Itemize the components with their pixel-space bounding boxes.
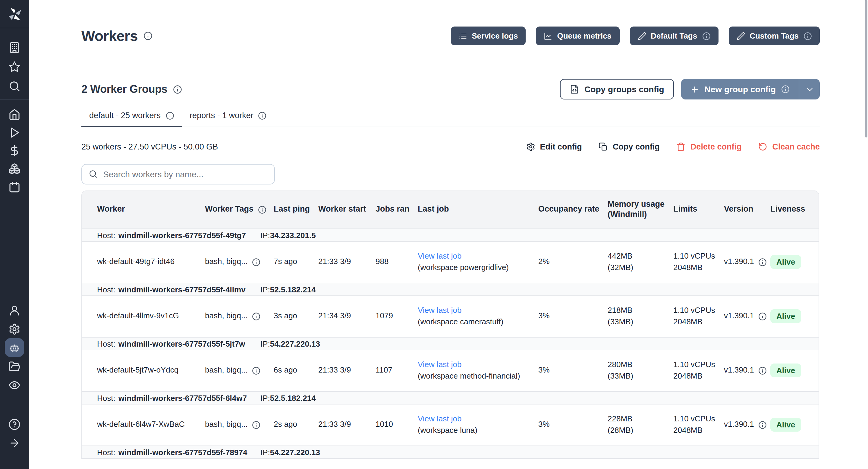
jobs-ran: 1079 <box>375 311 418 322</box>
view-last-job-link[interactable]: View last job <box>418 251 462 262</box>
info-icon[interactable] <box>252 312 260 320</box>
memory-usage: 442MB <box>608 251 667 262</box>
host-label: Host: <box>97 393 116 402</box>
last-ping: 6s ago <box>274 365 318 376</box>
dollar-icon <box>8 145 21 157</box>
clean-cache-button[interactable]: Clean cache <box>758 142 820 151</box>
info-icon[interactable] <box>173 85 182 94</box>
host-label: Host: <box>97 230 116 240</box>
sidebar-item-user[interactable] <box>5 301 24 319</box>
host-ip: 34.233.201.5 <box>270 230 316 240</box>
worker-groups-heading: 2 Worker Groups <box>82 83 167 96</box>
sidebar-item-star[interactable] <box>5 57 24 76</box>
worker-tags: bash, bigq... <box>205 419 248 430</box>
action-label: Delete config <box>690 142 742 151</box>
page-scrollbar[interactable] <box>865 0 867 137</box>
worker-version: v1.390.1 <box>724 256 754 268</box>
default-tags-button[interactable]: Default Tags <box>629 27 718 45</box>
button-label: Queue metrics <box>557 31 612 40</box>
copy-groups-config-label: Copy groups config <box>584 84 664 94</box>
worker-start: 21:33 3/9 <box>318 419 375 430</box>
windmill-logo[interactable] <box>6 6 23 22</box>
sidebar-item-building[interactable] <box>5 38 24 57</box>
button-label: Custom Tags <box>749 31 799 40</box>
sidebar-item-dollar[interactable] <box>5 142 24 160</box>
column-label: Last ping <box>274 205 310 215</box>
sidebar-item-calendar[interactable] <box>5 178 24 196</box>
info-icon[interactable] <box>758 366 767 375</box>
worker-row: wk-default-5jt7w-oYdcq bash, bigq... 6s … <box>82 350 818 391</box>
play-icon <box>8 127 21 139</box>
copy-config-button[interactable]: Copy config <box>599 142 660 151</box>
robot-icon <box>8 342 21 353</box>
sidebar-footer-group <box>5 415 24 452</box>
workers-page: Workers Service logsQueue metricsDefault… <box>0 0 868 469</box>
last-ping: 2s ago <box>274 419 318 430</box>
liveness-badge: Alive <box>770 417 801 432</box>
info-icon[interactable] <box>252 420 260 429</box>
info-icon[interactable] <box>252 258 260 266</box>
sidebar-item-arrow-right[interactable] <box>5 433 24 452</box>
info-icon[interactable] <box>758 312 767 320</box>
table-header: WorkerWorker TagsLast pingWorker startJo… <box>82 191 818 228</box>
sidebar-divider <box>0 28 29 28</box>
ip-label: IP: <box>260 339 270 348</box>
last-job-workspace: (workspace method-financial) <box>418 370 532 381</box>
view-last-job-link[interactable]: View last job <box>418 414 462 425</box>
worker-groups-header: 2 Worker Groups Copy groups config New g… <box>82 79 820 99</box>
sidebar-item-boxes[interactable] <box>5 160 24 178</box>
tab-reports[interactable]: reports - 1 worker <box>182 111 275 127</box>
sidebar-item-play[interactable] <box>5 124 24 142</box>
view-last-job-link[interactable]: View last job <box>418 305 462 316</box>
worker-start: 21:33 3/9 <box>318 365 375 376</box>
new-group-config-dropdown[interactable] <box>799 79 820 99</box>
action-label: Copy config <box>613 142 660 151</box>
tab-default[interactable]: default - 25 workers <box>82 111 182 127</box>
sidebar-item-home[interactable] <box>5 105 24 124</box>
header-buttons: Service logsQueue metricsDefault TagsCus… <box>451 27 820 45</box>
info-icon <box>702 32 710 40</box>
new-group-config-button[interactable]: New group config <box>681 79 799 99</box>
sidebar-item-eye[interactable] <box>5 376 24 394</box>
eye-icon <box>8 379 21 391</box>
list-icon <box>458 32 467 40</box>
info-icon <box>165 111 174 120</box>
sidebar-item-robot[interactable] <box>5 338 24 357</box>
column-label: Last job <box>418 205 449 215</box>
worker-tags: bash, bigq... <box>205 365 248 376</box>
config-actions: Edit configCopy configDelete configClean… <box>526 142 820 151</box>
host-ip: 52.5.182.214 <box>270 285 316 294</box>
sidebar-item-folder-open[interactable] <box>5 357 24 376</box>
info-icon[interactable] <box>758 258 767 266</box>
column-header-worker-start: Worker start <box>318 205 375 215</box>
delete-config-button[interactable]: Delete config <box>677 142 742 151</box>
limit-vcpus: 1.10 vCPUs <box>673 251 718 262</box>
worker-name: wk-default-6l4w7-XwBaC <box>97 419 205 430</box>
column-label: Jobs ran <box>375 205 410 215</box>
info-icon[interactable] <box>143 31 152 40</box>
liveness-badge: Alive <box>770 309 801 323</box>
copy-groups-config-button[interactable]: Copy groups config <box>560 79 674 99</box>
view-last-job-link[interactable]: View last job <box>418 359 462 370</box>
column-label: Worker <box>97 205 125 215</box>
host-ip: 52.5.182.214 <box>270 393 316 402</box>
limit-memory: 2048MB <box>673 316 718 327</box>
service-logs-button[interactable]: Service logs <box>451 27 526 45</box>
queue-metrics-button[interactable]: Queue metrics <box>536 27 619 45</box>
gear-icon <box>8 323 21 335</box>
arrow-right-icon <box>8 437 21 449</box>
edit-config-button[interactable]: Edit config <box>526 142 582 151</box>
occupancy-rate: 3% <box>538 365 608 376</box>
search-input[interactable] <box>103 169 268 179</box>
custom-tags-button[interactable]: Custom Tags <box>728 27 820 45</box>
host-ip: 54.227.220.13 <box>270 447 320 457</box>
sidebar-item-help-circle[interactable] <box>5 415 24 433</box>
limit-vcpus: 1.10 vCPUs <box>673 414 718 425</box>
info-icon[interactable] <box>758 420 767 429</box>
info-icon[interactable] <box>252 366 260 375</box>
info-icon[interactable] <box>781 85 789 93</box>
sidebar-item-search[interactable] <box>5 76 24 96</box>
sidebar-item-gear[interactable] <box>5 319 24 338</box>
jobs-ran: 1107 <box>375 365 418 376</box>
info-icon <box>804 32 812 40</box>
